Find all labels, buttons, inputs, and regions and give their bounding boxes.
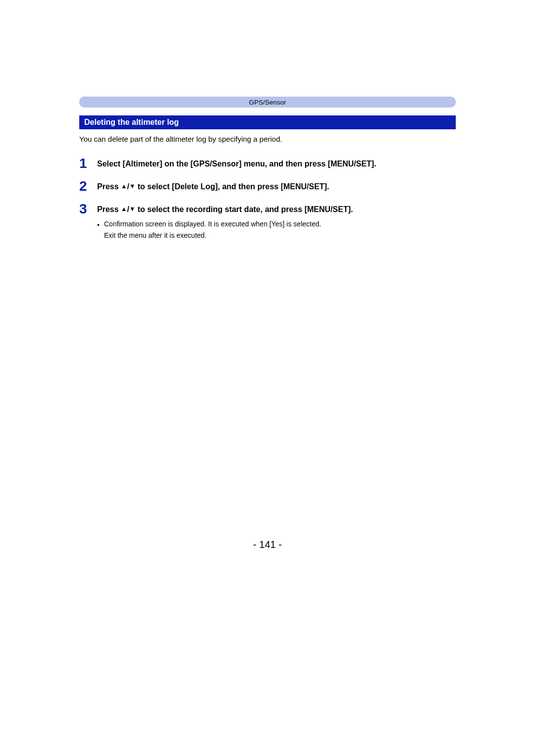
down-triangle-icon: ▼ — [129, 206, 135, 213]
note-text: Confirmation screen is displayed. It is … — [104, 219, 456, 230]
step-notes: • Confirmation screen is displayed. It i… — [97, 219, 456, 240]
intro-text: You can delete part of the altimeter log… — [79, 134, 456, 144]
manual-page: GPS/Sensor Deleting the altimeter log Yo… — [0, 0, 535, 756]
up-triangle-icon: ▲ — [121, 206, 127, 213]
step-2: 2 Press ▲/▼ to select [Delete Log], and … — [79, 181, 456, 195]
bullet-icon: • — [97, 219, 101, 230]
step-text-before: Press — [97, 205, 121, 214]
up-triangle-icon: ▲ — [121, 183, 127, 190]
breadcrumb-text: GPS/Sensor — [249, 99, 286, 106]
breadcrumb: GPS/Sensor — [79, 97, 456, 108]
note-bullet: • Confirmation screen is displayed. It i… — [97, 219, 456, 230]
step-number: 2 — [79, 179, 90, 193]
step-text-after: to select the recording start date, and … — [135, 205, 353, 214]
step-3: 3 Press ▲/▼ to select the recording star… — [79, 204, 456, 240]
step-text-after: to select [Delete Log], and then press [… — [135, 182, 329, 191]
step-text: Press ▲/▼ to select the recording start … — [97, 204, 456, 240]
step-text: Press ▲/▼ to select [Delete Log], and th… — [97, 181, 456, 192]
note-text: Exit the menu after it is executed. — [97, 230, 456, 240]
down-triangle-icon: ▼ — [129, 183, 135, 190]
step-number: 3 — [79, 202, 90, 216]
step-number: 1 — [79, 157, 90, 170]
step-text: Select [Altimeter] on the [GPS/Sensor] m… — [97, 158, 456, 169]
step-text-before: Press — [97, 182, 121, 191]
step-1: 1 Select [Altimeter] on the [GPS/Sensor]… — [79, 158, 456, 172]
steps-list: 1 Select [Altimeter] on the [GPS/Sensor]… — [79, 158, 456, 240]
page-number: - 141 - — [0, 539, 535, 550]
section-title: Deleting the altimeter log — [79, 115, 456, 129]
